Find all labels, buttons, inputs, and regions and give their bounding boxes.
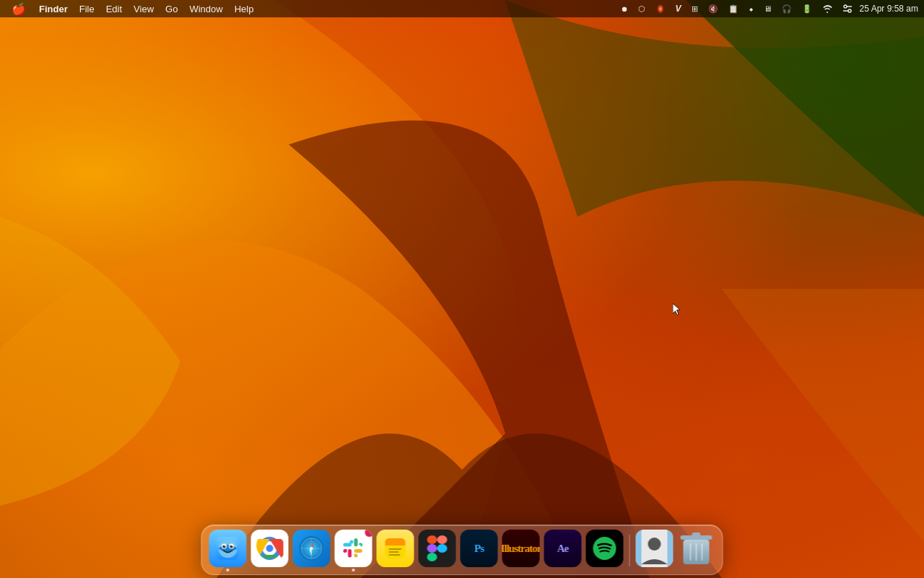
dock-item-figma[interactable] — [419, 530, 456, 571]
magnet-icon[interactable]: ⊞ — [689, 3, 701, 15]
clipboard-icon[interactable]: 📋 — [725, 3, 741, 15]
dock-item-photoshop[interactable]: Ps — [461, 530, 498, 571]
svg-point-11 — [225, 545, 225, 546]
svg-rect-31 — [437, 535, 448, 544]
svg-point-2 — [848, 9, 851, 12]
svg-point-10 — [230, 545, 233, 548]
dock-item-chrome[interactable] — [251, 530, 289, 571]
svg-point-16 — [266, 545, 274, 552]
menubar: 🍎 Finder File Edit View Go Window Help ⏺… — [0, 0, 924, 17]
go-menu[interactable]: Go — [161, 2, 182, 16]
wallpaper-svg — [0, 0, 924, 578]
svg-point-39 — [648, 538, 661, 551]
help-menu[interactable]: Help — [230, 2, 258, 16]
svg-point-12 — [232, 545, 232, 546]
dock-item-spotify[interactable] — [586, 530, 624, 571]
window-menu[interactable]: Window — [185, 2, 227, 16]
battery-icon[interactable]: 🔋 — [799, 3, 815, 15]
menubar-left: 🍎 Finder File Edit View Go Window Help — [6, 2, 258, 16]
finder-menu[interactable]: Finder — [35, 2, 72, 16]
mute-icon[interactable]: 🔇 — [705, 3, 721, 15]
ai-label: Illustrator — [502, 543, 540, 555]
dock-item-finder[interactable] — [209, 530, 247, 571]
tapo-icon[interactable]: ⬡ — [635, 3, 648, 15]
dock-separator — [629, 535, 630, 566]
edit-menu[interactable]: Edit — [102, 2, 126, 16]
svg-point-23 — [310, 547, 313, 550]
svg-point-9 — [223, 545, 226, 548]
slack-dot — [352, 569, 355, 571]
dock-item-aftereffects[interactable]: Ae — [544, 530, 582, 571]
datetime: 25 Apr 9:58 am — [860, 4, 918, 14]
dock-item-trash[interactable] — [678, 530, 715, 571]
wifi-icon[interactable] — [819, 4, 835, 14]
desktop-wallpaper — [0, 0, 924, 578]
svg-rect-34 — [427, 553, 437, 561]
file-menu[interactable]: File — [75, 2, 99, 16]
dock-item-safari[interactable] — [293, 530, 331, 571]
vectorize-icon[interactable]: V — [673, 2, 684, 15]
svg-rect-28 — [389, 551, 399, 553]
apple-menu[interactable]: 🍎 — [6, 2, 32, 16]
dock-item-slack[interactable] — [335, 530, 372, 571]
dock-item-illustrator[interactable]: Illustrator — [502, 530, 540, 571]
view-menu[interactable]: View — [129, 2, 158, 16]
display-icon[interactable]: 🖥 — [761, 3, 775, 14]
dock-container: Ps Illustrator Ae — [201, 525, 723, 578]
svg-rect-30 — [427, 535, 437, 544]
menubar-right: ⏺ ⬡ 🏮 V ⊞ 🔇 📋 ⬥ 🖥 🎧 🔋 25 Apr 9:58 am — [618, 2, 918, 15]
bluetooth-icon[interactable]: ⬥ — [746, 2, 757, 15]
svg-point-1 — [844, 5, 847, 8]
record-icon[interactable]: ⏺ — [618, 4, 631, 14]
pockity-icon[interactable]: 🏮 — [653, 3, 668, 15]
svg-rect-26 — [385, 543, 406, 545]
dock: Ps Illustrator Ae — [201, 525, 723, 575]
dock-item-contacts[interactable] — [636, 530, 674, 571]
svg-rect-33 — [437, 544, 448, 553]
svg-rect-37 — [636, 530, 642, 567]
controlcenter-icon[interactable] — [840, 2, 855, 15]
svg-point-35 — [593, 537, 616, 560]
svg-rect-27 — [389, 548, 402, 550]
svg-rect-29 — [389, 554, 401, 556]
finder-dot — [227, 569, 230, 571]
headphones-icon[interactable]: 🎧 — [779, 3, 795, 15]
dock-item-notes[interactable] — [377, 530, 414, 571]
svg-rect-32 — [427, 544, 437, 553]
svg-rect-38 — [668, 530, 674, 567]
svg-rect-42 — [692, 532, 701, 537]
